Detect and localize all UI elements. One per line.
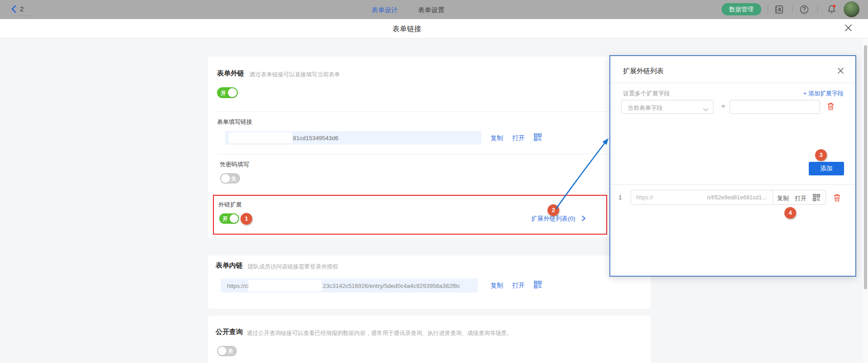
ext-link-label: 外链扩展 bbox=[218, 201, 242, 209]
section-desc-public: 通过公开查询链接可以查看已经填报的数据内容，通常用于通讯录查询、执行进度查询、成… bbox=[247, 330, 513, 337]
section-title-internal: 表单内链 bbox=[216, 261, 243, 270]
bar-divider bbox=[768, 5, 768, 14]
setup-fields-label: 设置多个扩展字段 bbox=[623, 90, 670, 98]
close-icon[interactable] bbox=[844, 24, 852, 33]
form-name[interactable]: 2 bbox=[20, 5, 24, 13]
data-manage-button[interactable]: 数据管理 bbox=[722, 3, 761, 15]
divider bbox=[610, 184, 855, 185]
annotation-badge-1: 1 bbox=[241, 213, 252, 225]
chevron-down-icon bbox=[703, 105, 708, 113]
redaction-overlay bbox=[229, 132, 292, 143]
contacts-icon[interactable] bbox=[774, 5, 784, 16]
tab-form-design[interactable]: 表单设计 bbox=[372, 6, 398, 14]
tab-form-settings[interactable]: 表单设置 bbox=[418, 6, 444, 14]
toggle-knob bbox=[221, 174, 230, 183]
divider bbox=[217, 154, 642, 154]
row-open-button[interactable]: 打开 bbox=[795, 194, 807, 203]
copy-button[interactable]: 复制 bbox=[491, 282, 503, 290]
open-button[interactable]: 打开 bbox=[512, 282, 525, 290]
row-copy-button[interactable]: 复制 bbox=[777, 194, 789, 203]
internal-link-prefix: https://ch bbox=[227, 283, 251, 289]
password-fill-toggle[interactable]: 关 bbox=[220, 173, 240, 184]
field-select[interactable]: 当前表单字段 bbox=[621, 100, 713, 114]
annotation-badge-2: 2 bbox=[547, 204, 559, 216]
bar-divider bbox=[817, 5, 818, 14]
internal-link-suffix: 23c3142c516926/entry/5ded0c4a4c9293958a3… bbox=[323, 283, 460, 289]
toggle-on-label: 开 bbox=[221, 90, 226, 97]
section-title-external: 表单外链 bbox=[217, 69, 244, 78]
redaction-overlay bbox=[657, 192, 706, 203]
field-select-value: 当前表单字段 bbox=[627, 104, 663, 112]
ext-link-toggle[interactable]: 开 bbox=[219, 213, 239, 224]
annotation-badge-4: 4 bbox=[784, 207, 796, 219]
internal-link-input[interactable]: https://ch 23c3142c516926/entry/5ded0c4a… bbox=[221, 278, 478, 292]
add-button[interactable]: 添加 bbox=[809, 162, 844, 175]
panel-title: 扩展外链列表 bbox=[623, 67, 664, 75]
row-link-prefix: https:// bbox=[636, 194, 653, 201]
row-link-suffix: n/f/52e9ed81e681cd1... bbox=[707, 194, 766, 201]
app-screen: 2 表单设计 表单设置 数据管理 表单链接 表单外链 通过表单链接可以直接填写当… bbox=[0, 0, 868, 363]
toggle-on-label: 开 bbox=[222, 215, 228, 223]
trash-icon[interactable] bbox=[826, 102, 835, 113]
toggle-knob bbox=[230, 214, 238, 223]
scrollbar-thumb[interactable] bbox=[864, 45, 867, 289]
row-link-input[interactable]: https:// n/f/52e9ed81e681cd1... bbox=[631, 190, 773, 205]
chevron-right-icon[interactable] bbox=[581, 215, 586, 223]
toggle-knob bbox=[218, 347, 226, 355]
section-desc-external: 通过表单链接可以直接填写当前表单 bbox=[250, 71, 340, 79]
public-query-toggle[interactable]: 关 bbox=[217, 346, 237, 356]
redaction-overlay bbox=[248, 280, 321, 291]
card-internal-link: 表单内链 团队成员访问该链接需要登录并授权 https://ch 23c3142… bbox=[208, 255, 651, 309]
section-desc-internal: 团队成员访问该链接需要登录并授权 bbox=[248, 263, 338, 271]
section-title-public: 公开查询 bbox=[216, 328, 243, 336]
bar-divider bbox=[792, 5, 793, 14]
ext-list-panel: 扩展外链列表 设置多个扩展字段 + 添加扩展字段 当前表单字段 = 3 添加 1… bbox=[609, 55, 856, 277]
card-external-link: 表单外链 通过表单链接可以直接填写当前表单 开 表单填写链接 81cd15349… bbox=[208, 57, 651, 237]
bell-icon[interactable] bbox=[826, 4, 837, 16]
password-fill-label: 凭密码填写 bbox=[220, 160, 249, 169]
divider bbox=[610, 83, 855, 83]
row-action-group: 复制 打开 bbox=[773, 190, 826, 205]
modal-header: 表单链接 bbox=[0, 19, 868, 38]
row-index: 1 bbox=[618, 194, 622, 201]
back-icon[interactable] bbox=[10, 5, 18, 15]
help-icon[interactable] bbox=[799, 5, 809, 16]
toggle-off-label: 关 bbox=[228, 348, 233, 355]
avatar[interactable] bbox=[844, 1, 859, 17]
divider bbox=[217, 111, 642, 112]
copy-button[interactable]: 复制 bbox=[491, 134, 503, 142]
top-bar: 2 表单设计 表单设置 数据管理 bbox=[0, 0, 868, 19]
field-value-input[interactable] bbox=[730, 100, 820, 114]
qr-code-icon[interactable] bbox=[534, 281, 542, 290]
toggle-knob bbox=[228, 88, 237, 97]
panel-close-icon[interactable] bbox=[837, 67, 844, 76]
add-ext-field-link[interactable]: + 添加扩展字段 bbox=[790, 90, 844, 98]
external-link-toggle[interactable]: 开 bbox=[217, 87, 238, 98]
fill-link-value: 81cd15349543d6 bbox=[293, 135, 339, 141]
card-public-query: 公开查询 通过公开查询链接可以查看已经填报的数据内容，通常用于通讯录查询、执行进… bbox=[208, 316, 651, 363]
form-name-underline bbox=[18, 15, 33, 16]
page-title: 表单链接 bbox=[392, 24, 421, 34]
equals-sign: = bbox=[722, 103, 725, 109]
annotation-badge-3: 3 bbox=[815, 149, 827, 161]
qr-code-icon[interactable] bbox=[813, 194, 820, 203]
open-button[interactable]: 打开 bbox=[512, 134, 525, 142]
qr-code-icon[interactable] bbox=[534, 133, 542, 143]
fill-link-input[interactable]: 81cd15349543d6 bbox=[225, 131, 481, 145]
trash-icon[interactable] bbox=[833, 193, 841, 204]
fill-link-label: 表单填写链接 bbox=[217, 118, 252, 126]
toggle-off-label: 关 bbox=[231, 175, 236, 183]
